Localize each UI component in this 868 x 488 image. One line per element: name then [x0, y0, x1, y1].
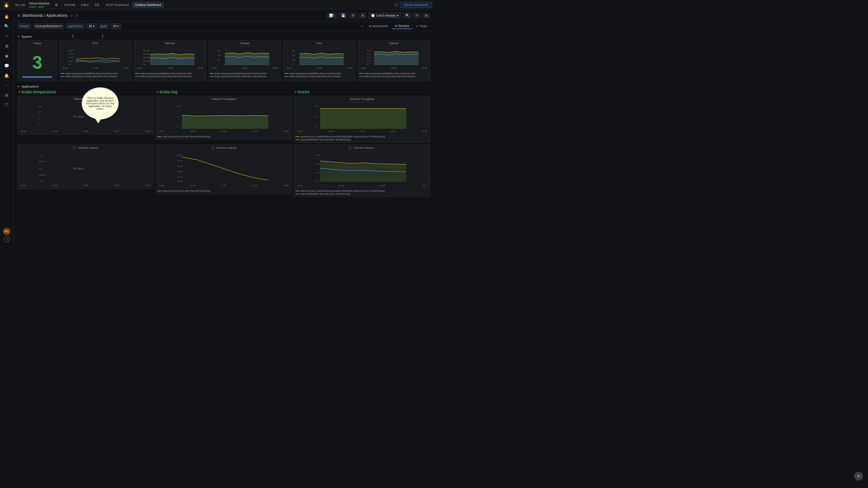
sidebar-add[interactable]: ＋ [2, 32, 11, 40]
main-content: ⊞ dashboards / Applications ☆ ⤢ 📊+ 💾 ⚙ 🖥… [13, 10, 434, 244]
cpu-chart-svg: 4.00% 3.00% 2.00% 1.00% 0% [61, 48, 129, 66]
trucks-latency-body: 15 ms 10 ms 5 ms 0 ns 14:3414:3514:361 [294, 151, 430, 189]
sidebar-search[interactable]: 🔍 [2, 22, 11, 31]
t-legend-text2: output [9d92d4e8-71e0-44d1-b517-4b1fbd13… [301, 139, 350, 141]
call-assistance-button[interactable]: Call for assistance [400, 2, 432, 8]
apps-count: 3 [20, 48, 55, 77]
share-icon[interactable]: ⤢ [75, 13, 79, 18]
legend-text4: brake-log [4291a178-e361-4056-9f4e-c6f7c… [140, 75, 191, 78]
classes-legend: brake-temperature [0d990b4d-3e45-413d-8c… [358, 71, 430, 79]
save-button[interactable]: 💾 [339, 12, 347, 19]
tab-tasks[interactable]: ✔ Tasks [413, 24, 430, 29]
threads-chart-svg: 150 100 50 0 [211, 48, 279, 66]
ide-nav[interactable]: IDE [92, 2, 102, 8]
sidebar-explore[interactable]: ◉ [2, 51, 11, 60]
user-avatar[interactable]: HC [3, 228, 10, 235]
bl-legend-text: input [4291a178-e361-4056-9f4e-c6f7c4348… [162, 135, 210, 138]
topbar: 🔥 My Lab Virtual Machine status: ready ⚙… [0, 0, 434, 10]
threads-panel: Threads 150 100 50 0 [208, 40, 281, 81]
files-legend: brake-temperature [0d990b4d-3e45-413d-8c… [283, 71, 355, 79]
brake-log-x-labels: 14:3414:3514:3614:3714:38 [158, 130, 290, 132]
legend-dash-blue4 [284, 76, 288, 77]
sidebar-shield[interactable]: 🛡 [2, 101, 11, 110]
external-link-button[interactable]: ⬡ [395, 2, 398, 7]
guid-filter[interactable]: guid [99, 24, 109, 29]
tab-streams[interactable]: ≋ Streams [392, 23, 412, 29]
legend-dash-blue5 [359, 76, 363, 77]
dashboards-tab-label: dashboards [372, 24, 388, 28]
svg-text:350 μs: 350 μs [177, 165, 183, 167]
svg-text:300 μs: 300 μs [177, 171, 183, 173]
sidebar-settings[interactable]: ⚙ [2, 91, 11, 100]
brake-temp-annotation: ↗ brake-temperature This is a Kafka Stre… [18, 90, 154, 94]
brake-log-latency-legend: input [4291a178-e361-4056-9f4e-c6f7c4348… [156, 189, 292, 194]
classes-panel-title: Classes [358, 40, 430, 47]
applications-section-header[interactable]: ▼ Applications [18, 83, 430, 90]
tv-mode-button[interactable]: 🖥 [359, 12, 366, 19]
memory-panel: Memory 400 MB 300 MB 200 MB 100 MB 0 B [133, 40, 206, 81]
svg-text:15 ms: 15 ms [315, 154, 320, 156]
sidebar-home[interactable]: 🔥 [2, 12, 11, 21]
t-legend-dash2 [296, 140, 300, 140]
time-picker[interactable]: 🕐 Last 5 minutes ▾ [368, 12, 401, 19]
cpu-panel-body: 4.00% 3.00% 2.00% 1.00% 0% [59, 47, 131, 71]
sidebar-alerting[interactable]: 💬 [2, 61, 11, 70]
bll-legend-text: input [4291a178-e361-4056-9f4e-c6f7c4348… [162, 190, 210, 192]
legend-text5: brake-temperature [0d990b4d-3e45-413d-8c… [215, 72, 267, 75]
brake-temp-latency-svg: 1.0 s 500 ms 0 ns -500 ms -1.0 s No data [20, 153, 152, 183]
legend-dash-blue2 [135, 76, 139, 77]
sidebar-notifications[interactable]: 🔔 [2, 71, 11, 80]
grafana-nav[interactable]: Grafana Dashboard [132, 2, 163, 8]
trucks-throughput: Channel Throughput 10.0 1.0 0.1 14:3414:… [294, 96, 430, 143]
svg-text:0: 0 [292, 63, 293, 66]
svg-marker-11 [150, 58, 195, 65]
streams-tabs: → ⊞ dashboards ≋ Streams ✔ Tasks [360, 23, 430, 29]
classes-panel: Classes 40 K 30 K 20 K 10 K 0 [358, 40, 430, 81]
files-panel: Files 600 400 200 0 [283, 40, 355, 81]
help-icon[interactable]: ? [4, 236, 10, 242]
all2-dropdown[interactable]: All ▾ [111, 24, 121, 29]
editor-nav[interactable]: Editor [79, 2, 91, 8]
terminal-nav[interactable]: Terminal [61, 2, 78, 8]
svg-text:0 B: 0 B [143, 63, 146, 66]
memory-x-labels: 14:3414:3614:38 [136, 67, 204, 69]
stream-filter[interactable]: stream [18, 24, 31, 29]
svg-marker-43 [320, 109, 406, 129]
trucks-latency-svg: 15 ms 10 ms 5 ms 0 ns [296, 153, 428, 183]
tab-dashboards[interactable]: ⊞ dashboards [366, 24, 391, 29]
brake-temp-x-labels: 14:3414:3514:3614:3714:38 [20, 130, 152, 132]
sidebar-dashboards[interactable]: ⊞ [2, 41, 11, 50]
left-sidebar: 🔥 🔍 ＋ ⊞ ◉ 💬 🔔 ··· ⚙ 🛡 HC ? [0, 10, 13, 244]
zoom-out-button[interactable]: 🔍 [403, 12, 411, 19]
all1-dropdown[interactable]: All ▾ [86, 24, 96, 29]
grafana-logo: 🔥 [2, 1, 10, 9]
add-panel-button[interactable]: 📊+ [327, 12, 337, 19]
trucks-latency-x-labels: 14:3414:3514:3614:37 [296, 184, 428, 187]
svg-text:150: 150 [217, 50, 221, 52]
brake-log-throughput-title: Channel Throughput [156, 96, 292, 102]
brake-temp-latency-title: i Channel Latency [18, 145, 153, 151]
truck-perf-dropdown[interactable]: truck-performance ▾ [33, 24, 64, 29]
classes-x-labels: 14:3414:3614:38 [360, 67, 428, 69]
svg-text:2.00%: 2.00% [68, 57, 74, 59]
trucks-throughput-body: 10.0 1.0 0.1 14:3414:3514:3614:3714:38 [294, 102, 430, 134]
my-lab-button[interactable]: My Lab [13, 2, 27, 8]
application-filter[interactable]: application [66, 24, 84, 29]
sidebar-more[interactable]: ··· [2, 81, 11, 90]
svg-text:0.1: 0.1 [177, 125, 180, 127]
brake-temp-latency-panel: i Channel Latency 1.0 s 500 ms 0 ns -500… [18, 145, 154, 189]
scdf-nav[interactable]: SCDF Dashboard [103, 2, 131, 8]
refresh-button[interactable]: ↻ [413, 12, 421, 19]
cpu-panel: CPU ↑ ↑ 4.00% 3.00% 2.00% 1.00% 0% [59, 40, 131, 81]
system-section-header[interactable]: ▼ System [18, 33, 430, 40]
svg-text:50: 50 [217, 59, 220, 61]
dashboard-settings-button[interactable]: ⚙ [349, 12, 357, 19]
interval-button[interactable]: 5s [423, 13, 430, 18]
clock-icon: 🕐 [371, 14, 375, 17]
tl-legend-dash2 [296, 194, 300, 194]
cpu-chart: 4.00% 3.00% 2.00% 1.00% 0% [61, 48, 129, 69]
svg-text:-1.0 s: -1.0 s [39, 180, 44, 182]
time-range-label: Last 5 minutes [376, 14, 396, 17]
star-icon[interactable]: ☆ [70, 13, 73, 18]
settings-button[interactable]: ⚙ [53, 2, 59, 8]
